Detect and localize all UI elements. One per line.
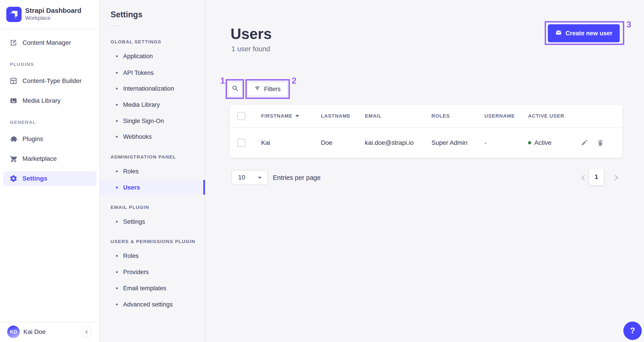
annotation-number-2: 2 — [292, 76, 296, 86]
filters-button[interactable]: Filters — [247, 82, 288, 96]
bullet-icon — [116, 170, 118, 172]
sidebar-item-media-library[interactable]: Media Library — [0, 94, 100, 108]
cell-roles: Super Admin — [432, 139, 468, 146]
cell-active-status: Active — [534, 139, 552, 146]
entries-per-page-value: 10 — [238, 174, 245, 181]
bullet-icon — [116, 55, 118, 57]
bullet-icon — [116, 88, 118, 90]
search-icon — [232, 85, 239, 94]
gear-icon — [10, 174, 18, 183]
filters-label: Filters — [264, 86, 281, 93]
create-new-user-button[interactable]: Create new user — [548, 24, 620, 42]
puzzle-icon — [10, 135, 18, 143]
settings-item-email-settings[interactable]: Settings — [100, 216, 205, 228]
bullet-icon — [116, 271, 118, 273]
settings-item-webhooks[interactable]: Webhooks — [100, 131, 205, 143]
settings-item-media-library[interactable]: Media Library — [100, 99, 205, 111]
settings-item-advanced-settings[interactable]: Advanced settings — [100, 299, 205, 310]
group-email-plugin: EMAIL PLUGIN — [110, 205, 149, 210]
select-all-checkbox[interactable] — [237, 112, 246, 120]
row-checkbox[interactable] — [237, 139, 246, 147]
chevron-left-icon — [580, 174, 587, 181]
group-administration-panel: ADMINISTRATION PANEL — [110, 154, 176, 160]
create-new-user-label: Create new user — [566, 30, 612, 37]
settings-item-admin-roles[interactable]: Roles — [100, 165, 205, 177]
divider — [110, 26, 121, 26]
previous-page-button[interactable] — [580, 174, 587, 181]
sidebar-section-plugins: PLUGINS — [10, 62, 34, 67]
table-row[interactable]: Kai Doe kai.doe@strapi.io Super Admin - … — [230, 127, 622, 158]
main-content: Users 1 user found Create new user 3 1 — [206, 0, 644, 342]
mail-icon — [555, 29, 562, 38]
settings-item-single-sign-on[interactable]: Single Sign-On — [100, 115, 205, 127]
page-title: Users — [230, 25, 272, 42]
collapse-sidebar-button[interactable] — [82, 326, 91, 337]
trash-icon — [597, 139, 604, 146]
column-header-username: USERNAME — [484, 113, 515, 119]
sort-caret-down-icon[interactable] — [295, 115, 299, 117]
strapi-dashboard: Strapi Dashboard Workplace Content Manag… — [0, 0, 644, 342]
column-header-email: EMAIL — [365, 113, 382, 119]
table-header-row: FIRSTNAME LASTNAME EMAIL ROLES USERNAME … — [230, 105, 622, 127]
settings-item-admin-users[interactable]: Users — [100, 182, 205, 193]
edit-pencil-icon — [581, 139, 588, 146]
settings-item-email-templates[interactable]: Email templates — [100, 282, 205, 294]
settings-item-internationalization[interactable]: Internationalization — [100, 83, 205, 94]
filter-icon — [254, 85, 260, 93]
delete-user-button[interactable] — [597, 139, 604, 146]
page-number-1[interactable]: 1 — [589, 169, 604, 185]
page-subtitle: 1 user found — [232, 45, 270, 53]
chevron-right-icon — [612, 174, 620, 181]
cell-username: - — [484, 139, 486, 146]
question-mark-icon: ? — [630, 326, 635, 335]
caret-down-icon — [258, 177, 262, 179]
sidebar-section-general: GENERAL — [10, 120, 36, 125]
media-library-icon — [10, 97, 18, 105]
bullet-icon — [116, 221, 118, 223]
user-name: Kai Doe — [23, 328, 46, 335]
search-button[interactable] — [228, 82, 242, 96]
settings-item-application[interactable]: Application — [100, 50, 205, 62]
settings-panel-title: Settings — [110, 10, 142, 19]
content-manager-icon — [10, 39, 18, 47]
workspace-subtitle: Workplace — [25, 15, 50, 21]
cart-icon — [10, 155, 18, 163]
bullet-icon — [116, 72, 118, 74]
sidebar-item-settings[interactable]: Settings — [0, 172, 100, 185]
group-users-permissions-plugin: USERS & PERMISSIONS PLUGIN — [110, 239, 195, 244]
workspace-title: Strapi Dashboard — [25, 7, 81, 15]
help-button[interactable]: ? — [623, 321, 642, 340]
entries-per-page-select[interactable]: 10 — [232, 170, 268, 185]
bullet-icon — [116, 303, 118, 305]
sidebar-item-plugins[interactable]: Plugins — [0, 132, 100, 146]
workspace-switcher[interactable]: Strapi Dashboard Workplace — [0, 0, 99, 29]
entries-per-page-label: Entries per page — [273, 174, 321, 181]
cell-firstname: Kai — [261, 139, 270, 146]
annotation-number-1: 1 — [220, 76, 225, 86]
settings-item-api-tokens[interactable]: API Tokens — [100, 67, 205, 79]
settings-item-providers[interactable]: Providers — [100, 266, 205, 278]
column-header-lastname: LASTNAME — [321, 113, 350, 119]
settings-item-up-roles[interactable]: Roles — [100, 250, 205, 262]
bullet-icon — [116, 120, 118, 122]
bullet-icon — [116, 104, 118, 106]
sidebar-item-content-manager[interactable]: Content Manager — [0, 36, 100, 50]
bullet-icon — [116, 255, 118, 257]
divider — [0, 322, 100, 322]
chevron-left-icon — [84, 328, 89, 336]
bullet-icon — [116, 187, 118, 188]
edit-user-button[interactable] — [581, 139, 588, 146]
sidebar-item-content-type-builder[interactable]: Content-Type Builder — [0, 74, 100, 88]
cell-email: kai.doe@strapi.io — [365, 139, 414, 146]
sidebar-item-marketplace[interactable]: Marketplace — [0, 152, 100, 165]
column-header-roles: ROLES — [432, 113, 450, 119]
cell-lastname: Doe — [321, 139, 332, 146]
settings-sidebar: Settings GLOBAL SETTINGS Application API… — [100, 0, 206, 342]
divider — [0, 29, 100, 29]
column-header-active-user: ACTIVE USER — [528, 113, 564, 119]
column-header-firstname[interactable]: FIRSTNAME — [261, 113, 292, 119]
next-page-button[interactable] — [612, 174, 620, 181]
annotation-number-3: 3 — [626, 20, 631, 30]
avatar: KD — [7, 325, 20, 338]
users-table: FIRSTNAME LASTNAME EMAIL ROLES USERNAME … — [230, 105, 622, 158]
